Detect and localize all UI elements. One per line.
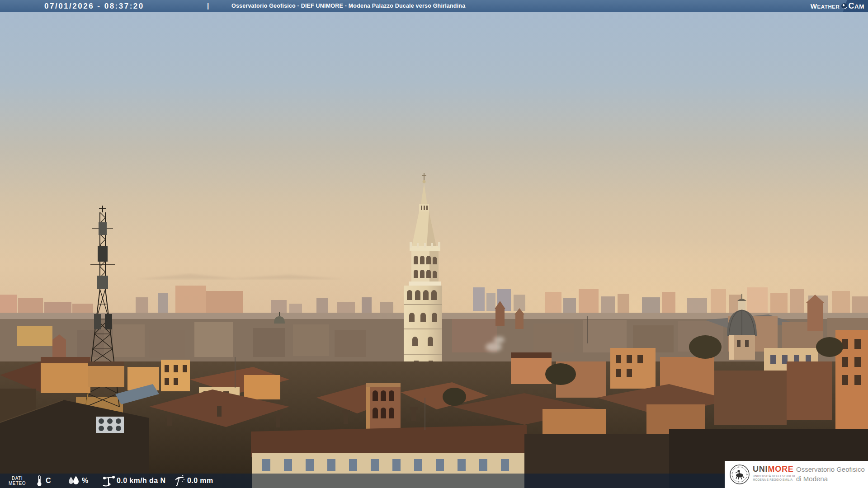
- webcam-photo: [0, 0, 868, 488]
- observatory-name: Osservatorio Geofisico di Modena: [796, 465, 865, 483]
- humidity-block: [67, 474, 80, 488]
- top-bar: 07/01/2026 - 08:37:20 | Osservatorio Geo…: [0, 0, 868, 12]
- umbrella-icon: [174, 475, 185, 487]
- unimore-wordmark: UNIMORE Università degli Studi di Modena…: [753, 465, 795, 481]
- anemometer-icon: [101, 474, 116, 487]
- wind-value: 0.0 km/h da N: [117, 474, 165, 488]
- temperature-value: C: [46, 474, 51, 488]
- unimore-subtitle: Università degli Studi di Modena e Reggi…: [753, 474, 795, 481]
- humidity-drops-icon: [67, 475, 80, 487]
- rain-value: 0.0 mm: [187, 474, 213, 488]
- page-title: Osservatorio Geofisico - DIEF UNIMORE - …: [231, 0, 465, 12]
- wind-block: [101, 474, 116, 488]
- brand-cam-label: Cam: [849, 1, 865, 11]
- separator: |: [207, 0, 209, 12]
- temperature-block: [36, 474, 42, 488]
- humidity-value: %: [82, 474, 89, 488]
- rain-block: [174, 474, 185, 488]
- dati-meteo-label: DATI METEO: [6, 474, 28, 488]
- thermometer-icon: [36, 475, 42, 487]
- weathercam-brand: Weather Cam: [796, 0, 868, 12]
- timestamp: 07/01/2026 - 08:37:20: [44, 0, 144, 12]
- unimore-logo-plate: UNIMORE Università degli Studi di Modena…: [725, 461, 868, 488]
- webcam-page: 07/01/2026 - 08:37:20 | Osservatorio Geo…: [0, 0, 868, 488]
- camera-lens-icon: [841, 3, 847, 9]
- brand-weather-label: Weather: [811, 2, 840, 10]
- unimore-seal-icon: [729, 464, 750, 485]
